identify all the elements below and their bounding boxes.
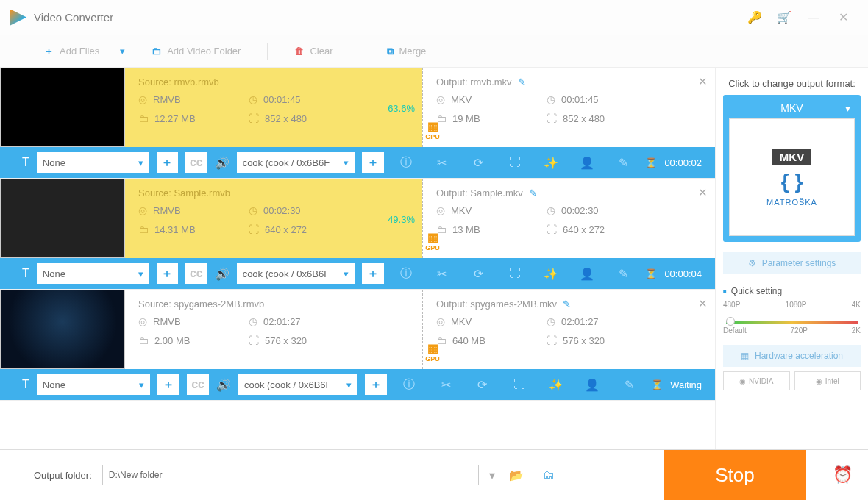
source-size: 12.27 MB	[154, 113, 196, 124]
progress-percent: 49.3%	[388, 214, 415, 225]
rotate-icon[interactable]: ⟳	[464, 152, 493, 173]
side-panel: Click to change output format: MKV MKV {…	[715, 68, 868, 449]
rename-icon[interactable]: ✎	[529, 188, 537, 199]
key-icon[interactable]: 🔑	[740, 3, 769, 32]
output-folder-input[interactable]	[102, 465, 479, 485]
remove-item-button[interactable]: ✕	[698, 186, 708, 199]
watermark-icon[interactable]: 👤	[577, 374, 607, 395]
open-folder-icon[interactable]: 📂	[505, 465, 527, 485]
audio-select[interactable]: cook (cook / 0x6B6F▾	[237, 152, 355, 173]
format-heading: Click to change output format:	[723, 78, 861, 89]
list-item: Source: rmvb.rmvb ◎RMVB ◷00:01:45 🗀12.27…	[0, 68, 715, 179]
watermark-icon[interactable]: 👤	[573, 263, 602, 284]
app-title: Video Converter	[34, 11, 113, 24]
source-resolution: 852 x 480	[265, 113, 307, 124]
format-name: MKV	[729, 101, 855, 118]
output-folder-label: Output folder:	[34, 470, 92, 481]
cut-icon[interactable]: ✂	[427, 263, 456, 284]
output-format: MKV	[451, 94, 472, 105]
nvidia-badge: ◉ NVIDIA	[723, 371, 790, 390]
source-label: Source: spygames-2MB.rmvb	[138, 299, 409, 310]
video-thumbnail[interactable]	[0, 179, 125, 258]
matroska-label: MATROŠKA	[766, 198, 817, 207]
add-subtitle-button[interactable]: ＋	[157, 263, 179, 284]
rotate-icon[interactable]: ⟳	[468, 374, 497, 395]
status-text: 00:00:02	[664, 157, 702, 168]
cc-button[interactable]: cc	[185, 152, 207, 173]
clear-button[interactable]: 🗑Clear	[294, 46, 332, 57]
add-folder-button[interactable]: 🗀Add Video Folder	[152, 46, 241, 57]
cut-icon[interactable]: ✂	[427, 152, 456, 173]
remove-item-button[interactable]: ✕	[698, 75, 708, 88]
crop-icon[interactable]: ⛶	[505, 374, 534, 395]
mkv-badge: MKV	[772, 149, 811, 165]
parameter-settings-button[interactable]: ⚙ Parameter settings	[723, 252, 861, 274]
cut-icon[interactable]: ✂	[431, 374, 460, 395]
add-audio-button[interactable]: ＋	[362, 263, 384, 284]
add-subtitle-button[interactable]: ＋	[157, 152, 179, 173]
progress-percent: 63.6%	[388, 103, 415, 114]
source-duration: 00:01:45	[263, 94, 301, 105]
file-list: Source: rmvb.rmvb ◎RMVB ◷00:01:45 🗀12.27…	[0, 68, 715, 449]
toolbar: ＋Add Files▾ 🗀Add Video Folder 🗑Clear ⧉Me…	[0, 35, 868, 68]
effect-icon[interactable]: ✨	[536, 152, 565, 173]
effect-icon[interactable]: ✨	[536, 263, 565, 284]
video-thumbnail[interactable]	[0, 68, 125, 147]
merge-button[interactable]: ⧉Merge	[387, 46, 427, 57]
subtitle-select[interactable]: None▾	[37, 263, 149, 284]
effect-icon[interactable]: ✨	[541, 374, 571, 395]
format-card[interactable]: MKV MKV { } MATROŠKA	[723, 95, 861, 242]
list-item: Source: Sample.rmvb ◎RMVB ◷00:02:30 🗀14.…	[0, 179, 715, 290]
quality-slider[interactable]	[726, 321, 858, 324]
audio-select[interactable]: cook (cook / 0x6B6F▾	[237, 263, 355, 284]
output-size: 19 MB	[452, 113, 480, 124]
output-label: Output: rmvb.mkv	[436, 76, 512, 88]
add-audio-button[interactable]: ＋	[362, 152, 384, 173]
intel-badge: ◉ Intel	[794, 371, 861, 390]
schedule-icon[interactable]: ⏰	[817, 450, 868, 501]
cart-icon[interactable]: 🛒	[769, 3, 799, 32]
add-audio-button[interactable]: ＋	[365, 374, 387, 395]
subtitle-select[interactable]: None▾	[37, 152, 149, 173]
status-text: 00:00:04	[664, 268, 702, 279]
rotate-icon[interactable]: ⟳	[464, 263, 493, 284]
output-resolution: 852 x 480	[563, 113, 605, 124]
video-thumbnail[interactable]	[0, 290, 125, 369]
watermark-icon[interactable]: 👤	[573, 152, 602, 173]
info-icon[interactable]: ⓘ	[391, 263, 420, 284]
title-bar: Video Converter 🔑 🛒 — ✕	[0, 0, 868, 35]
stop-button[interactable]: Stop	[664, 450, 806, 501]
info-icon[interactable]: ⓘ	[391, 152, 420, 173]
hourglass-icon: ⏳	[645, 157, 657, 168]
output-duration: 00:01:45	[561, 94, 599, 105]
folder-dropdown-icon[interactable]: ▾	[489, 468, 495, 482]
source-label: Source: rmvb.rmvb	[138, 76, 409, 88]
subtitle-select[interactable]: None▾	[37, 374, 150, 395]
edit-icon[interactable]: ✎	[609, 263, 638, 284]
info-icon[interactable]: ⓘ	[394, 374, 424, 395]
source-label: Source: Sample.rmvb	[138, 188, 409, 199]
browse-folder-icon[interactable]: 🗂	[538, 465, 560, 485]
crop-icon[interactable]: ⛶	[500, 152, 529, 173]
source-format: RMVB	[153, 94, 181, 105]
matroska-icon: { }	[781, 170, 803, 193]
add-subtitle-button[interactable]: ＋	[157, 374, 179, 395]
app-logo-icon	[10, 10, 26, 26]
minimize-button[interactable]: —	[799, 3, 828, 32]
add-files-button[interactable]: ＋Add Files▾	[44, 45, 125, 58]
rename-icon[interactable]: ✎	[518, 76, 526, 88]
crop-icon[interactable]: ⛶	[500, 263, 529, 284]
edit-icon[interactable]: ✎	[614, 374, 644, 395]
item-controls: T None▾ ＋ cc 🔊 cook (cook / 0x6B6F▾ ＋ ⓘ …	[0, 147, 715, 178]
audio-select[interactable]: cook (cook / 0x6B6F▾	[238, 374, 357, 395]
close-window-button[interactable]: ✕	[828, 3, 858, 32]
quick-setting-label: Quick setting	[723, 286, 861, 296]
status-text: Waiting	[670, 379, 702, 390]
list-item: Source: spygames-2MB.rmvb ◎RMVB ◷02:01:2…	[0, 290, 715, 401]
cc-button[interactable]: cc	[185, 263, 207, 284]
rename-icon[interactable]: ✎	[563, 299, 571, 310]
remove-item-button[interactable]: ✕	[698, 297, 708, 310]
cc-button[interactable]: cc	[187, 374, 209, 395]
hardware-accel-button[interactable]: ▦ Hardware acceleration	[723, 345, 861, 367]
edit-icon[interactable]: ✎	[609, 152, 638, 173]
